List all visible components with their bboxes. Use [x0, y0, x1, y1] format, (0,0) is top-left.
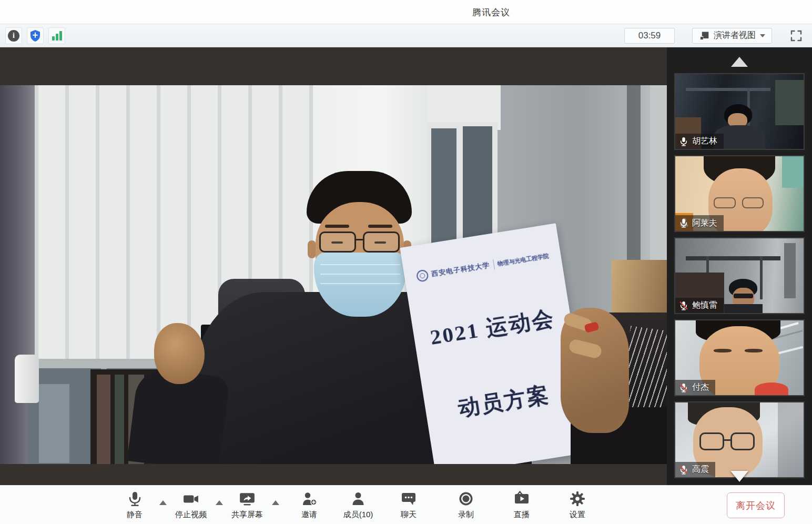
- participant-name: 高震: [692, 464, 709, 475]
- participant-label-text: 阿莱夫: [675, 215, 724, 231]
- art-bed-post: [784, 243, 796, 298]
- art-book-spine: [97, 375, 110, 464]
- participants-sidebar: 胡艺林: [667, 47, 812, 485]
- art-eyebrow: [325, 225, 349, 228]
- main-video: 西安电子科技大学 物理与光电工程学院 2021 运动会 动员方案: [0, 85, 667, 464]
- mic-on-icon: [679, 218, 688, 228]
- art-glasses: [734, 294, 753, 298]
- participant-label: 胡艺林: [675, 134, 724, 149]
- chat-button[interactable]: 聊天: [380, 489, 438, 520]
- meeting-timer: 03:59: [624, 28, 675, 44]
- art-glasses-lens: [363, 231, 400, 253]
- participant-label: 付杰: [675, 380, 715, 395]
- letterhead-department: 物理与光电工程学院: [497, 252, 550, 268]
- live-tv-icon: [514, 491, 530, 507]
- mic-muted-icon: [679, 301, 688, 310]
- top-toolbar: i 03:59 演讲者视图: [0, 24, 812, 47]
- record-icon: [458, 490, 474, 507]
- members-button[interactable]: 成员(10): [329, 489, 387, 520]
- settings-button[interactable]: 设置: [549, 489, 606, 520]
- mic-muted-icon: [679, 465, 688, 475]
- letterhead-university: 西安电子科技大学: [431, 260, 490, 279]
- art-shelf: [775, 80, 804, 125]
- art-thermos: [15, 355, 39, 403]
- meeting-info-button[interactable]: i: [5, 27, 22, 44]
- share-screen-button[interactable]: 共享屏幕: [218, 489, 276, 520]
- camera-icon: [183, 491, 199, 507]
- meeting-window: 腾讯会议 i 03:59 演讲者视图: [0, 0, 812, 524]
- info-icon: i: [8, 30, 19, 42]
- invite-label: 邀请: [301, 510, 317, 520]
- live-button[interactable]: 直播: [493, 489, 551, 520]
- stop-video-button[interactable]: 停止视频: [162, 489, 220, 520]
- art-glasses-lens: [742, 197, 764, 208]
- participant-tile[interactable]: 付杰: [674, 319, 805, 396]
- settings-label: 设置: [570, 510, 585, 520]
- participant-label: 高震: [675, 462, 715, 477]
- view-mode-button[interactable]: 演讲者视图: [692, 28, 772, 44]
- fullscreen-icon: [790, 29, 803, 42]
- layout-icon: [699, 31, 709, 41]
- record-button[interactable]: 录制: [437, 489, 495, 520]
- art-bed-frame: [686, 88, 770, 91]
- participant-name: 鲍慎雷: [692, 300, 717, 311]
- letterhead-divider: [492, 259, 494, 270]
- mute-label: 静音: [127, 510, 143, 520]
- participant-label: 鲍慎雷: [675, 298, 724, 313]
- window-title: 腾讯会议: [472, 6, 510, 18]
- art-eyebrow: [368, 225, 392, 228]
- bottom-control-bar: 静音 停止视频 共享屏幕: [0, 485, 812, 524]
- record-label: 录制: [458, 510, 474, 520]
- art-bed-post: [760, 256, 763, 299]
- chevron-down-icon: [760, 34, 765, 37]
- scroll-down-arrow-icon[interactable]: [730, 471, 748, 482]
- participant-tile[interactable]: 阿莱夫: [674, 155, 805, 232]
- mic-on-icon: [679, 137, 688, 146]
- stop-video-label: 停止视频: [175, 510, 207, 520]
- art-participant-body: [724, 304, 763, 313]
- fullscreen-button[interactable]: [788, 27, 805, 44]
- participant-tile[interactable]: 胡艺林: [674, 73, 805, 150]
- art-book-spine: [115, 375, 124, 464]
- document-title-line1: 2021 运动会: [412, 301, 573, 354]
- art-glasses-lens: [319, 231, 356, 253]
- chat-label: 聊天: [401, 510, 417, 520]
- art-window: [782, 156, 804, 188]
- art-wood-shelf: [612, 260, 667, 316]
- art-building: [39, 384, 69, 463]
- art-shadow: [778, 402, 804, 477]
- participant-label: 阿莱夫: [675, 215, 724, 231]
- network-status-button[interactable]: [48, 27, 65, 44]
- microphone-icon: [126, 490, 144, 508]
- art-bunk-bed: [686, 256, 781, 260]
- mic-muted-icon: [679, 383, 688, 392]
- art-glasses-lens: [699, 432, 724, 450]
- art-eyebrow: [745, 349, 763, 352]
- members-icon: [350, 491, 366, 507]
- participant-name: 付杰: [692, 382, 709, 393]
- art-red-object: [755, 382, 788, 396]
- scroll-up-arrow-icon[interactable]: [731, 57, 748, 67]
- art-glasses-lens: [714, 197, 735, 208]
- art-wall-edge: [650, 85, 667, 265]
- art-eyebrow: [714, 349, 732, 352]
- view-mode-label: 演讲者视图: [714, 30, 756, 41]
- members-label: 成员(10): [343, 510, 373, 520]
- mute-button[interactable]: 静音: [106, 489, 164, 520]
- share-screen-label: 共享屏幕: [231, 510, 263, 520]
- art-glasses-bridge: [724, 439, 730, 441]
- art-presenter-ear: [308, 240, 316, 258]
- document-letterhead: 西安电子科技大学 物理与光电工程学院: [404, 248, 562, 285]
- network-signal-icon: [52, 31, 62, 41]
- participant-tile[interactable]: 鲍慎雷: [674, 237, 805, 314]
- leave-meeting-button[interactable]: 离开会议: [727, 492, 785, 518]
- gear-icon: [570, 491, 585, 507]
- art-glasses-lens: [730, 432, 755, 450]
- art-wall-shadow: [627, 85, 641, 263]
- invite-person-icon: [301, 491, 317, 507]
- participant-tile[interactable]: 高震: [674, 401, 805, 478]
- participant-name: 阿莱夫: [692, 218, 717, 229]
- share-options-arrow[interactable]: [272, 500, 279, 505]
- security-button[interactable]: [27, 27, 44, 44]
- participant-name: 胡艺林: [692, 136, 717, 147]
